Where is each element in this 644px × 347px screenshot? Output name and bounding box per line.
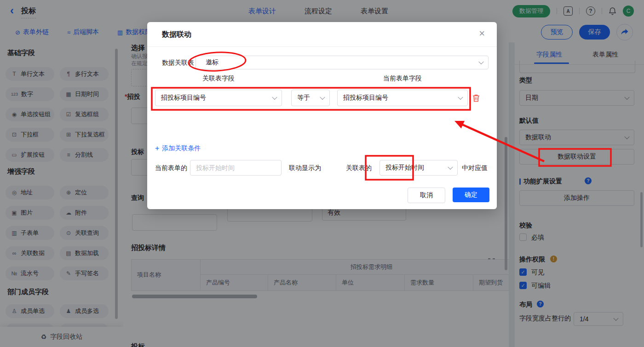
header-current-field: 当前表单字段 (337, 74, 468, 83)
header-relation-field: 关联表字段 (155, 74, 282, 83)
corresponding-value-label: 中对应值 (462, 164, 488, 172)
chevron-down-icon (272, 95, 277, 100)
delete-condition-icon[interactable] (472, 94, 480, 104)
relation-table-of-label: 关联表的 (346, 164, 372, 172)
plus-icon: + (155, 144, 159, 153)
add-condition-label: 添加关联条件 (162, 144, 201, 153)
current-field-input[interactable] (190, 160, 282, 176)
confirm-button[interactable]: 确定 (453, 188, 489, 202)
relation-table-select[interactable]: 邀标 (196, 56, 489, 69)
condition-operator-value: 等于 (297, 94, 310, 102)
condition-operator-select[interactable]: 等于 (291, 90, 330, 106)
chevron-down-icon (320, 95, 325, 100)
chevron-down-icon (458, 95, 463, 100)
data-linkage-modal: 数据联动 × 数据关联表 邀标 关联表字段 当前表单字段 招投标项目编号 等于 … (147, 22, 497, 209)
modal-title: 数据联动 (162, 30, 191, 40)
add-condition-link[interactable]: + 添加关联条件 (155, 144, 201, 153)
cancel-button[interactable]: 取消 (408, 188, 445, 203)
relation-field-value: 投标开始时间 (385, 164, 424, 172)
divider (147, 46, 497, 47)
chevron-down-icon (448, 165, 453, 170)
current-form-label: 当前表单的 (155, 164, 187, 172)
chevron-down-icon (478, 59, 483, 64)
close-icon[interactable]: × (479, 28, 485, 39)
display-as-label: 联动显示为 (289, 164, 321, 172)
condition-left-select[interactable]: 招投标项目编号 (155, 90, 282, 106)
relation-field-select[interactable]: 投标开始时间 (380, 160, 458, 176)
form-designer-app: ‹ 投标 表单设计 流程设定 表单设置 数据管理 A ? C ⊘ (0, 0, 644, 347)
condition-left-value: 招投标项目编号 (161, 94, 206, 102)
condition-right-value: 招投标项目编号 (343, 94, 388, 102)
relation-table-value: 邀标 (206, 58, 218, 67)
relation-table-label: 数据关联表 (162, 59, 194, 67)
condition-right-select[interactable]: 招投标项目编号 (337, 90, 468, 106)
